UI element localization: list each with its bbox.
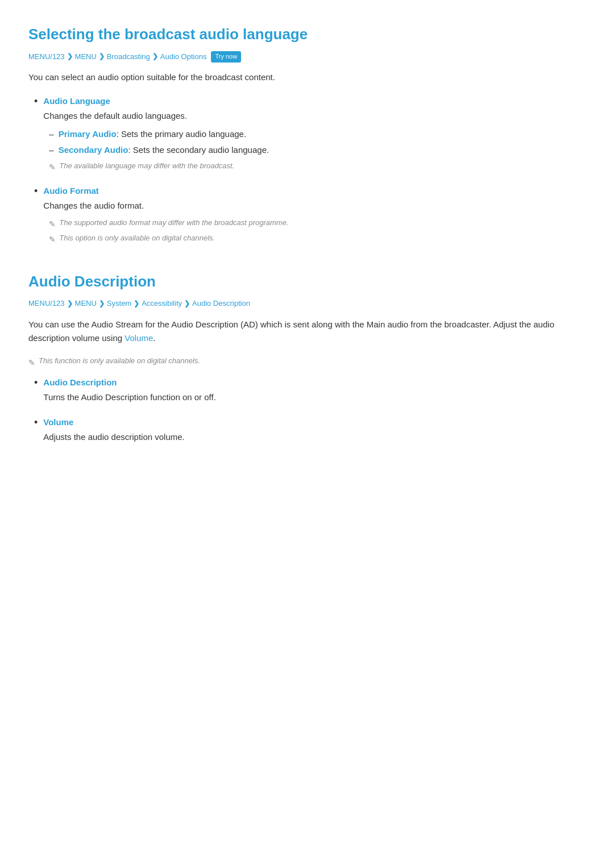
breadcrumb2-accessibility: Accessibility: [142, 298, 182, 310]
list-item: • Audio Description Turns the Audio Desc…: [28, 376, 586, 409]
audio-language-notes: ✎ The available language may differ with…: [43, 160, 586, 173]
section2-title: Audio Description: [28, 270, 586, 294]
audio-description-desc: Turns the Audio Description function on …: [43, 391, 586, 404]
breadcrumb2-system: System: [107, 298, 131, 310]
breadcrumb2-menu123: MENU/123: [28, 298, 65, 310]
section2-intro-part1: You can use the Audio Stream for the Aud…: [28, 319, 554, 343]
sub-dash-1: –: [49, 127, 53, 141]
breadcrumb-audio-options: Audio Options: [160, 51, 207, 63]
note-text-standalone: This function is only available on digit…: [39, 355, 200, 367]
section1-intro: You can select an audio option suitable …: [28, 70, 586, 84]
sub-dash-2: –: [49, 143, 53, 157]
audio-language-section: Audio Language Changes the default audio…: [43, 94, 586, 177]
audio-format-section: Audio Format Changes the audio format. ✎…: [43, 184, 586, 250]
section2-intro: You can use the Audio Stream for the Aud…: [28, 318, 586, 345]
breadcrumb-broadcasting: Broadcasting: [107, 51, 150, 63]
list-item: • Audio Language Changes the default aud…: [28, 94, 586, 177]
section2-standalone-note: ✎ This function is only available on dig…: [28, 355, 586, 369]
volume-section: Volume Adjusts the audio description vol…: [43, 416, 586, 448]
audio-language-sub-list: – Primary Audio: Sets the primary audio …: [43, 127, 586, 157]
audio-format-desc: Changes the audio format.: [43, 199, 586, 213]
volume-desc: Adjusts the audio description volume.: [43, 430, 586, 444]
primary-audio-text: Primary Audio: Sets the primary audio la…: [59, 127, 246, 141]
breadcrumb2-sep1: ❯: [67, 298, 73, 309]
audio-language-label: Audio Language: [43, 96, 110, 106]
volume-label: Volume: [43, 417, 73, 427]
audio-language-desc: Changes the default audio languages.: [43, 109, 586, 123]
note-text-2: The supported audio format may differ wi…: [59, 217, 288, 229]
breadcrumb2-audio-description: Audio Description: [192, 298, 250, 310]
audio-format-notes: ✎ The supported audio format may differ …: [43, 217, 586, 246]
bullet-dot-1: •: [34, 94, 38, 109]
note-text-3: This option is only available on digital…: [59, 232, 215, 244]
section2-breadcrumb: MENU/123 ❯ MENU ❯ System ❯ Accessibility…: [28, 298, 586, 310]
secondary-audio-label: Secondary Audio: [59, 145, 128, 155]
section2-bullet-list: • Audio Description Turns the Audio Desc…: [28, 376, 586, 448]
breadcrumb-menu: MENU: [75, 51, 97, 63]
breadcrumb-sep2: ❯: [99, 51, 105, 62]
audio-description-section: Audio Description Turns the Audio Descri…: [43, 376, 586, 409]
note-text-1: The available language may differ with t…: [59, 160, 234, 172]
section1-breadcrumb: MENU/123 ❯ MENU ❯ Broadcasting ❯ Audio O…: [28, 51, 586, 63]
secondary-audio-text: Secondary Audio: Sets the secondary audi…: [59, 143, 269, 157]
section1-title: Selecting the broadcast audio language: [28, 23, 586, 47]
note-icon-2: ✎: [49, 218, 56, 230]
try-now-badge[interactable]: Try now: [211, 51, 241, 63]
audio-format-label: Audio Format: [43, 186, 99, 196]
section-divider: Audio Description MENU/123 ❯ MENU ❯ Syst…: [28, 270, 586, 449]
breadcrumb2-menu: MENU: [75, 298, 97, 310]
list-item: • Volume Adjusts the audio description v…: [28, 416, 586, 448]
list-item: – Primary Audio: Sets the primary audio …: [43, 127, 586, 141]
section2-volume-link[interactable]: Volume: [125, 333, 153, 343]
primary-audio-desc: : Sets the primary audio language.: [117, 129, 246, 139]
breadcrumb2-sep3: ❯: [134, 298, 139, 309]
list-item: – Secondary Audio: Sets the secondary au…: [43, 143, 586, 157]
breadcrumb-menu123: MENU/123: [28, 51, 65, 63]
note-item: ✎ The supported audio format may differ …: [43, 217, 586, 230]
note-icon-3: ✎: [49, 233, 56, 246]
note-icon-1: ✎: [49, 161, 56, 173]
bullet-dot-4: •: [34, 416, 38, 430]
primary-audio-label: Primary Audio: [59, 129, 117, 139]
breadcrumb2-sep4: ❯: [184, 298, 190, 309]
bullet-dot-2: •: [34, 184, 38, 198]
list-item: • Audio Format Changes the audio format.…: [28, 184, 586, 250]
breadcrumb-sep1: ❯: [67, 51, 73, 62]
note-item: ✎ The available language may differ with…: [43, 160, 586, 173]
section1-bullet-list: • Audio Language Changes the default aud…: [28, 94, 586, 249]
section2-intro-part3: .: [153, 333, 155, 343]
note-item: ✎ This option is only available on digit…: [43, 232, 586, 246]
bullet-dot-3: •: [34, 376, 38, 390]
breadcrumb2-sep2: ❯: [99, 298, 105, 309]
breadcrumb-sep3: ❯: [152, 51, 158, 62]
audio-description-label: Audio Description: [43, 377, 117, 387]
secondary-audio-desc: : Sets the secondary audio language.: [128, 145, 269, 155]
note-icon-standalone: ✎: [28, 356, 35, 369]
